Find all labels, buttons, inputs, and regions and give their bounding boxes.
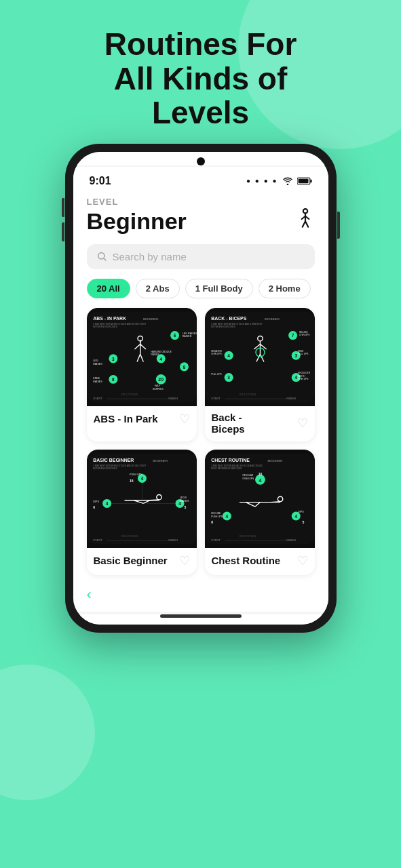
filter-tab-abs[interactable]: 2 Abs — [136, 279, 180, 298]
svg-line-7 — [302, 221, 305, 227]
level-header: Beginner — [87, 208, 315, 235]
svg-text:WIDE: WIDE — [298, 349, 304, 352]
card-back-favorite[interactable]: ♡ — [297, 416, 308, 431]
card-back-biceps[interactable]: BACK - BICEPS BEGINNER. 5 MIN REST BETWE… — [205, 308, 315, 441]
svg-text:CHIN UPS: CHIN UPS — [298, 378, 309, 380]
phone-frame: 9:01 ● ● ● ● LEVEL Beginner — [65, 144, 337, 633]
screen-content: LEVEL Beginner — [73, 191, 328, 580]
svg-text:4: 4 — [227, 353, 230, 358]
svg-text:8: 8 — [211, 520, 213, 524]
svg-text:HALF: HALF — [154, 384, 159, 387]
svg-text:2 MIN REST BETWEEN CYCLES AND : 2 MIN REST BETWEEN CYCLES AND 30 SEC RES… — [93, 465, 146, 467]
svg-text:BETWEEN EXERCISES: BETWEEN EXERCISES — [93, 326, 117, 328]
svg-text:KNEE: KNEE — [93, 377, 100, 380]
svg-text:4: 4 — [159, 356, 162, 361]
card-basic-beginner[interactable]: BASIC BEGINNER BEGINNER. 2 MIN REST BETW… — [87, 450, 197, 575]
svg-text:START: START — [93, 538, 102, 542]
svg-text:START: START — [93, 397, 102, 400]
card-basic-name: Basic Beginner — [94, 555, 168, 566]
card-abs-in-park[interactable]: ABS - IN PARK BEGINNER. 5 MIN REST BETWE… — [87, 308, 197, 441]
svg-text:6: 6 — [93, 505, 95, 509]
card-abs-title-area: ABS - In Park ♡ — [87, 406, 197, 433]
svg-text:8: 8 — [183, 364, 185, 369]
svg-text:CHIN UPS: CHIN UPS — [299, 334, 309, 336]
svg-rect-1 — [310, 179, 311, 182]
headline-text: Routines For All Kinds of Levels — [41, 27, 360, 130]
card-abs-image: ABS - IN PARK BEGINNER. 5 MIN REST BETWE… — [87, 308, 197, 406]
svg-text:10: 10 — [258, 472, 262, 476]
svg-text:2 MIN REST BETWEEN EACH CYCLE : 2 MIN REST BETWEEN EACH CYCLE AND 30 SEC — [211, 465, 263, 467]
bottom-nav: ‹ — [73, 580, 328, 612]
svg-text:DO 5 CYCLES: DO 5 CYCLES — [121, 393, 138, 396]
search-placeholder-text: Search by name — [113, 251, 187, 262]
svg-text:4: 4 — [105, 501, 108, 506]
card-chest-favorite[interactable]: ♡ — [297, 553, 308, 568]
status-time: 9:01 — [90, 175, 111, 187]
svg-text:BASIC BEGINNER: BASIC BEGINNER — [93, 458, 134, 462]
svg-text:5: 5 — [184, 505, 186, 509]
back-button[interactable]: ‹ — [87, 586, 92, 604]
svg-text:BACK - BICEPS: BACK - BICEPS — [211, 316, 246, 321]
svg-line-96 — [149, 500, 159, 500]
card-basic-favorite[interactable]: ♡ — [179, 553, 190, 568]
svg-text:4: 4 — [140, 476, 143, 481]
svg-text:3: 3 — [294, 353, 297, 358]
card-chest-routine[interactable]: CHEST ROUTINE BEGINNER. 2 MIN REST BETWE… — [205, 450, 315, 575]
svg-text:START: START — [211, 397, 221, 400]
filter-tab-all[interactable]: 20 All — [87, 279, 130, 298]
level-title: Beginner — [87, 208, 187, 235]
svg-text:LEGS: LEGS — [180, 496, 187, 499]
svg-text:RAISES: RAISES — [151, 353, 159, 356]
svg-text:PULL UPS: PULL UPS — [298, 353, 309, 355]
status-icons: ● ● ● ● — [246, 177, 312, 185]
svg-text:CHIN UPS: CHIN UPS — [211, 353, 222, 355]
filter-tab-fullbody[interactable]: 1 Full Body — [185, 279, 253, 298]
phone-screen: 9:01 ● ● ● ● LEVEL Beginner — [73, 152, 328, 625]
svg-text:FINISH: FINISH — [286, 397, 296, 400]
headline-section: Routines For All Kinds of Levels — [0, 0, 401, 144]
search-bar[interactable]: Search by name — [87, 244, 315, 269]
svg-text:3: 3 — [112, 356, 115, 361]
svg-text:DIPS: DIPS — [93, 500, 99, 502]
card-back-name: Back -Biceps — [212, 412, 245, 435]
svg-text:DIPS: DIPS — [298, 511, 304, 513]
svg-text:NEGATIVE: NEGATIVE — [211, 349, 223, 352]
svg-text:DECLINE: DECLINE — [211, 512, 221, 515]
card-chest-image: CHEST ROUTINE BEGINNER. 2 MIN REST BETWE… — [205, 450, 315, 548]
svg-text:5 MIN REST BETWEEN CYCLES AND : 5 MIN REST BETWEEN CYCLES AND 30 SEC RES… — [93, 323, 146, 326]
search-icon — [96, 251, 107, 262]
svg-text:FINISH: FINISH — [168, 538, 178, 542]
svg-text:3: 3 — [227, 375, 230, 380]
svg-text:PUSH UPS: PUSH UPS — [129, 473, 142, 476]
svg-text:20: 20 — [158, 377, 164, 382]
svg-text:BETWEEN EXERCISES: BETWEEN EXERCISES — [211, 326, 235, 328]
svg-text:6: 6 — [173, 333, 176, 338]
svg-text:BEGINNER.: BEGINNER. — [264, 317, 280, 321]
svg-text:SHOULDER: SHOULDER — [298, 372, 311, 374]
svg-text:FINISH: FINISH — [286, 538, 296, 542]
svg-text:REST BETWEEN EXERCISES: REST BETWEEN EXERCISES — [211, 467, 242, 470]
svg-text:15: 15 — [129, 479, 133, 483]
abs-diagram: ABS - IN PARK BEGINNER. 5 MIN REST BETWE… — [87, 308, 197, 406]
card-abs-name: ABS - In Park — [94, 413, 158, 425]
person-icon[interactable] — [296, 208, 315, 235]
svg-text:BEGINNER.: BEGINNER. — [267, 459, 283, 462]
cards-grid: ABS - IN PARK BEGINNER. 5 MIN REST BETWE… — [87, 308, 315, 580]
card-abs-favorite[interactable]: ♡ — [179, 412, 190, 427]
filter-tabs: 20 All 2 Abs 1 Full Body 2 Home 1 Leg — [87, 279, 315, 298]
svg-text:BETWEEN EXERCISES: BETWEEN EXERCISES — [93, 467, 117, 470]
volume-up-button — [62, 198, 64, 217]
svg-text:5 MIN REST BETWEEN CYCLES AND : 5 MIN REST BETWEEN CYCLES AND 1 MIN REST — [211, 323, 262, 326]
filter-tab-home[interactable]: 2 Home — [259, 279, 311, 298]
svg-text:7: 7 — [291, 333, 294, 338]
card-back-image: BACK - BICEPS BEGINNER. 5 MIN REST BETWE… — [205, 308, 315, 406]
level-label: LEVEL — [87, 197, 315, 207]
status-bar: 9:01 ● ● ● ● — [73, 167, 328, 191]
card-chest-name: Chest Routine — [212, 555, 281, 566]
card-chest-title-area: Chest Routine ♡ — [205, 548, 315, 575]
signal-dots: ● ● ● ● — [246, 177, 278, 184]
power-button — [337, 212, 340, 239]
svg-text:LEG RAISES: LEG RAISES — [182, 332, 196, 334]
svg-text:ABS - IN PARK: ABS - IN PARK — [93, 316, 126, 321]
svg-line-8 — [305, 221, 308, 227]
